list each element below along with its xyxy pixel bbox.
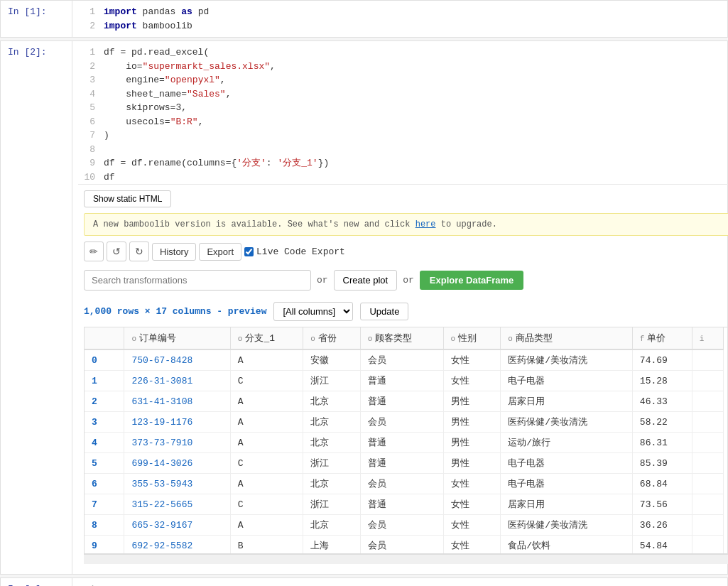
code-text: import pandas as pd (104, 5, 209, 19)
table-cell: 普通 (360, 494, 443, 515)
table-cell: 电子电器 (501, 453, 633, 474)
table-cell: 男性 (443, 412, 501, 433)
empty-cell-code[interactable]: 1 (72, 578, 727, 586)
code-text: df = pd.read_excel( (104, 45, 209, 60)
table-cell (692, 494, 723, 515)
table-cell: C (230, 494, 303, 515)
table-cell: 5 (85, 453, 124, 474)
table-cell (692, 515, 723, 536)
export-button[interactable]: Export (199, 243, 241, 261)
search-transformations-input[interactable] (84, 270, 311, 291)
table-body: 0750-67-8428A安徽会员女性医药保健/美妆清洗74.691226-31… (85, 349, 724, 554)
line-number: 9 (78, 156, 95, 170)
table-cell: 居家日用 (501, 391, 633, 412)
code-text: io="supermarkt_sales.xlsx", (104, 60, 276, 74)
table-row: 6355-53-5943A北京会员女性电子电器68.84 (85, 474, 724, 494)
table-cell: 北京 (303, 515, 361, 536)
empty-cell-prompt: In [ ]: (1, 578, 72, 586)
cell-1-code[interactable]: 1 import pandas as pd 2 import bamboolib (72, 1, 727, 37)
line-number: 4 (78, 87, 95, 102)
output-area: Show static HTML A new bamboolib version… (78, 184, 728, 570)
table-cell: 373-73-7910 (124, 433, 230, 453)
table-cell: 8 (85, 515, 124, 536)
table-cell: 医药保健/美妆清洗 (501, 349, 633, 371)
update-button[interactable]: Update (360, 303, 408, 320)
empty-cell: In [ ]: 1 (0, 577, 728, 586)
code-text: df = df.rename(columns={'分支': '分支_1'}) (104, 156, 329, 170)
line-number: 6 (78, 115, 95, 129)
toolbar: ✏ ↺ ↻ History Export Live Code Export (84, 242, 728, 261)
table-cell: 女性 (443, 515, 501, 536)
table-cell: 4 (85, 433, 124, 453)
table-row: 5699-14-3026C浙江普通男性电子电器85.39 (85, 453, 724, 474)
table-cell: 安徽 (303, 349, 361, 371)
table-cell: 电子电器 (501, 474, 633, 494)
table-cell: 355-53-5943 (124, 474, 230, 494)
table-cell: 0 (85, 349, 124, 371)
table-cell (692, 433, 723, 453)
table-row: 2631-41-3108A北京普通男性居家日用46.33 (85, 391, 724, 412)
line-number: 3 (78, 73, 95, 87)
table-cell: C (230, 453, 303, 474)
pencil-icon-button[interactable]: ✏ (84, 242, 104, 261)
code-text: usecols="B:R", (104, 115, 203, 129)
cell-2-code[interactable]: 1df = pd.read_excel( 2 io="supermarkt_sa… (72, 41, 728, 574)
code-text: skiprows=3, (104, 101, 187, 115)
df-table: o订单编号 o分支_1 o省份 o顾客类型 o性别 o商品类型 f单价 i (85, 327, 724, 554)
table-cell: 692-92-5582 (124, 536, 230, 555)
col-header-order-id: o订单编号 (124, 327, 230, 349)
table-cell: 男性 (443, 391, 501, 412)
create-plot-button[interactable]: Create plot (334, 270, 398, 291)
col-header-index (85, 327, 124, 349)
table-cell: A (230, 412, 303, 433)
or-text-2: or (403, 275, 414, 286)
table-cell: 会员 (360, 515, 443, 536)
table-row: 8665-32-9167A北京会员女性医药保健/美妆清洗36.26 (85, 515, 724, 536)
upgrade-link[interactable]: here (415, 219, 436, 229)
table-cell: A (230, 515, 303, 536)
line-number: 2 (78, 19, 95, 33)
table-cell: 女性 (443, 536, 501, 555)
table-cell: A (230, 391, 303, 412)
table-cell: 73.56 (632, 494, 692, 515)
table-cell: 6 (85, 474, 124, 494)
line-number: 8 (78, 143, 95, 157)
table-row: 9692-92-5582B上海会员女性食品/饮料54.84 (85, 536, 724, 555)
live-code-export-checkbox[interactable] (244, 247, 254, 256)
table-cell: 9 (85, 536, 124, 555)
table-cell: 1 (85, 371, 124, 391)
table-cell (692, 349, 723, 371)
table-cell: 46.33 (632, 391, 692, 412)
col-header-gender: o性别 (443, 327, 501, 349)
df-table-wrapper[interactable]: o订单编号 o分支_1 o省份 o顾客类型 o性别 o商品类型 f单价 i (84, 327, 728, 554)
table-cell (692, 474, 723, 494)
table-cell: 女性 (443, 494, 501, 515)
search-row: or Create plot or Explore DataFrame (84, 270, 728, 291)
redo-icon-button[interactable]: ↻ (129, 242, 149, 261)
undo-icon-button[interactable]: ↺ (107, 242, 126, 261)
show-static-html-button[interactable]: Show static HTML (84, 190, 171, 207)
df-info-row: 1,000 rows × 17 columns - preview [All c… (84, 302, 728, 321)
table-cell: 北京 (303, 474, 361, 494)
table-cell: 会员 (360, 349, 443, 371)
live-code-export-label[interactable]: Live Code Export (244, 246, 345, 257)
table-cell (692, 536, 723, 555)
history-button[interactable]: History (152, 243, 196, 261)
columns-select[interactable]: [All columns] (273, 302, 353, 321)
table-cell: 浙江 (303, 453, 361, 474)
explore-dataframe-button[interactable]: Explore DataFrame (420, 271, 524, 290)
col-header-customer-type: o顾客类型 (360, 327, 443, 349)
table-cell: 北京 (303, 433, 361, 453)
table-cell: 54.84 (632, 536, 692, 555)
table-cell: 普通 (360, 391, 443, 412)
line-number: 5 (78, 101, 95, 115)
notebook: In [1]: 1 import pandas as pd 2 import b… (0, 0, 728, 586)
table-cell: 普通 (360, 453, 443, 474)
df-info-text: 1,000 rows × 17 columns - preview (84, 306, 266, 317)
table-cell: 315-22-5665 (124, 494, 230, 515)
banner-text: A new bamboolib version is available. Se… (93, 219, 415, 229)
table-cell: A (230, 474, 303, 494)
table-cell: 上海 (303, 536, 361, 555)
horizontal-scrollbar[interactable] (84, 554, 728, 564)
table-cell: C (230, 371, 303, 391)
